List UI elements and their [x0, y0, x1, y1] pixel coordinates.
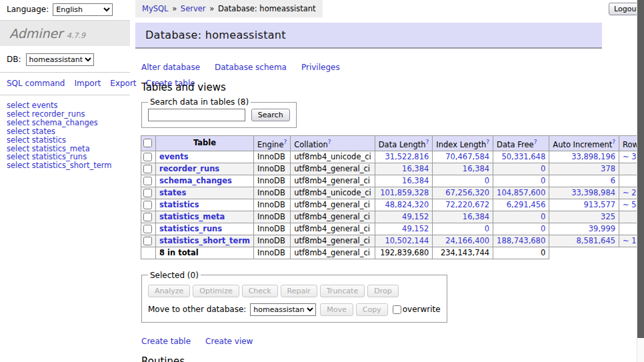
select-link-states[interactable]: select: [7, 127, 29, 136]
row-checkbox-states[interactable]: [143, 189, 152, 197]
column-label: Data Length: [379, 140, 426, 149]
optimize-button[interactable]: Optimize: [193, 285, 239, 297]
truncate-button[interactable]: Truncate: [320, 285, 365, 297]
row-checkbox-recorder-runs[interactable]: [143, 165, 152, 173]
table-name-cell: statistics_meta: [156, 211, 254, 223]
column-help-link[interactable]: ?: [328, 139, 331, 145]
column-header-data-length: Data Length?: [375, 136, 433, 151]
column-help-link[interactable]: ?: [283, 139, 287, 145]
row-checkbox-statistics[interactable]: [143, 201, 152, 209]
row-checkbox-statistics-runs[interactable]: [143, 225, 152, 233]
select-all-checkbox[interactable]: [143, 139, 152, 147]
data-free-cell: 104,857,600: [493, 187, 549, 199]
table-row: statesInnoDButf8mb4_unicode_ci101,859,32…: [141, 187, 644, 199]
sidebar-link-sql-command[interactable]: SQL command: [7, 79, 65, 88]
sidebar-link-import[interactable]: Import: [74, 79, 101, 88]
row-checkbox-schema-changes[interactable]: [143, 177, 152, 185]
analyze-button[interactable]: Analyze: [148, 285, 190, 297]
breadcrumb-link-mysql[interactable]: MySQL: [142, 4, 169, 13]
vertical-scrollbar[interactable]: [637, 0, 644, 362]
row-checkbox-statistics-meta[interactable]: [143, 213, 152, 221]
language-select[interactable]: English: [53, 3, 113, 16]
select-link-statistics-short-term[interactable]: select: [7, 161, 29, 170]
column-help-link[interactable]: ?: [534, 139, 537, 145]
total-index-length-cell: 234,143,744: [433, 247, 493, 259]
table-link-states[interactable]: states: [32, 127, 55, 136]
column-help-link[interactable]: ?: [426, 139, 429, 145]
page-title: Database: homeassistant: [135, 23, 602, 49]
move-db-select[interactable]: homeassistant: [250, 303, 316, 316]
table-link-statistics-meta[interactable]: statistics_meta: [32, 144, 90, 153]
repair-button[interactable]: Repair: [281, 285, 317, 297]
engine-cell: InnoDB: [254, 199, 291, 211]
table-name-link-statistics-meta[interactable]: statistics_meta: [159, 212, 225, 221]
select-link-schema-changes[interactable]: select: [7, 118, 29, 127]
data-free-cell: 0: [493, 175, 549, 187]
table-link-statistics-runs[interactable]: statistics_runs: [32, 152, 87, 161]
alter-database-link[interactable]: Alter database: [141, 63, 200, 72]
breadcrumb-separator: »: [169, 4, 181, 13]
select-link-statistics-runs[interactable]: select: [7, 152, 29, 161]
table-name-cell: states: [156, 187, 254, 199]
engine-cell: InnoDB: [254, 235, 291, 247]
move-label: Move to other database:: [148, 305, 246, 314]
database-schema-link[interactable]: Database schema: [215, 63, 287, 72]
select-link-recorder-runs[interactable]: select: [7, 109, 29, 119]
table-link-recorder-runs[interactable]: recorder_runs: [32, 109, 85, 119]
select-link-events[interactable]: select: [7, 101, 29, 110]
collation-cell: utf8mb4_general_ci: [291, 211, 375, 223]
data-length-cell: 10,502,144: [375, 235, 433, 247]
copy-button[interactable]: Copy: [356, 303, 388, 316]
data-length-cell: 31,522,816: [375, 151, 433, 163]
table-name-link-statistics-short-term[interactable]: statistics_short_term: [159, 236, 250, 245]
sidebar-link-export[interactable]: Export: [110, 79, 136, 88]
engine-cell: InnoDB: [254, 151, 291, 163]
total-check-cell: [141, 247, 156, 259]
total-data-length-cell: 192,839,680: [375, 247, 433, 259]
overwrite-checkbox[interactable]: [393, 305, 401, 314]
db-select[interactable]: homeassistant: [26, 53, 94, 66]
collation-cell: utf8mb4_unicode_ci: [291, 187, 375, 199]
app-logo: Adminer 4.7.9: [0, 21, 130, 46]
create-table-link[interactable]: Create table: [141, 337, 191, 346]
table-name-cell: statistics_short_term: [156, 235, 254, 247]
table-name-cell: statistics: [156, 199, 254, 211]
table-link-schema-changes[interactable]: schema_changes: [32, 118, 98, 127]
table-name-link-recorder-runs[interactable]: recorder_runs: [159, 164, 219, 173]
create-view-link[interactable]: Create view: [205, 337, 253, 346]
table-name-cell: statistics_runs: [156, 223, 254, 235]
select-link-statistics-meta[interactable]: select: [7, 144, 29, 153]
drop-button[interactable]: Drop: [367, 285, 398, 297]
table-name-link-statistics-runs[interactable]: statistics_runs: [159, 224, 222, 233]
search-button[interactable]: Search: [251, 109, 290, 121]
create-links: Create tableCreate view: [141, 337, 602, 346]
table-link-events[interactable]: events: [32, 101, 58, 110]
table-name-link-statistics[interactable]: statistics: [159, 200, 199, 209]
total-engine-cell: InnoDB: [254, 247, 291, 259]
row-checkbox-events[interactable]: [143, 153, 152, 161]
move-button[interactable]: Move: [320, 303, 353, 316]
privileges-link[interactable]: Privileges: [301, 63, 340, 72]
overwrite-option[interactable]: overwrite: [393, 305, 441, 314]
engine-cell: InnoDB: [254, 223, 291, 235]
auto-increment-cell: 39,999: [549, 223, 619, 235]
auto-increment-cell: 913,577: [549, 199, 619, 211]
select-link-statistics[interactable]: select: [7, 135, 29, 145]
index-length-cell: 0: [433, 175, 493, 187]
table-name-link-events[interactable]: events: [159, 152, 189, 161]
breadcrumb-link-server[interactable]: Server: [181, 4, 206, 13]
table-name-link-schema-changes[interactable]: schema_changes: [159, 176, 232, 185]
scrollbar-thumb[interactable]: [637, 0, 644, 338]
column-label: Table: [193, 138, 216, 147]
column-help-link[interactable]: ?: [612, 139, 615, 145]
search-input[interactable]: [148, 109, 245, 121]
row-checkbox-statistics-short-term[interactable]: [143, 237, 152, 245]
column-help-link[interactable]: ?: [486, 139, 489, 145]
check-button[interactable]: Check: [242, 285, 278, 297]
table-link-statistics-short-term[interactable]: statistics_short_term: [32, 161, 112, 170]
engine-cell: InnoDB: [254, 175, 291, 187]
table-link-statistics[interactable]: statistics: [32, 135, 66, 145]
row-check-cell: [141, 163, 156, 175]
column-label: Engine: [257, 140, 283, 149]
table-name-link-states[interactable]: states: [159, 188, 186, 197]
